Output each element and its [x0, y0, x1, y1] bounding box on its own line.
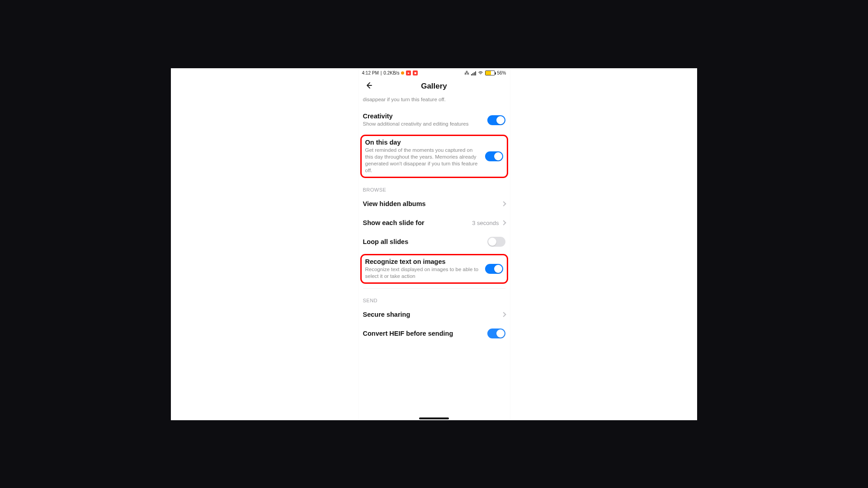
status-divider: |	[381, 70, 382, 75]
app-header: Gallery	[359, 78, 510, 94]
setting-desc: Recognize text displayed on images to be…	[365, 266, 480, 280]
status-bar: 4:12 PM | 0.2KB/s ▸ ■ ⁂ 56%	[359, 68, 510, 78]
status-net-speed: 0.2KB/s	[383, 70, 399, 75]
battery-percent: 56%	[497, 70, 506, 75]
setting-loop-slides: Loop all slides	[363, 232, 505, 251]
screenshot-frame: disappear if you turn BROWSE View hidden…	[171, 68, 697, 420]
creativity-toggle[interactable]	[487, 115, 505, 125]
chevron-right-icon	[501, 201, 506, 206]
phone-screen: 4:12 PM | 0.2KB/s ▸ ■ ⁂ 56%	[359, 68, 510, 420]
setting-title: On this day	[365, 139, 480, 146]
status-time: 4:12 PM	[362, 70, 379, 75]
setting-desc: Get reminded of the moments you captured…	[365, 147, 480, 174]
setting-title: Creativity	[363, 113, 482, 120]
bluetooth-icon: ⁂	[464, 70, 469, 76]
nav-view-hidden-albums[interactable]: View hidden albums	[363, 194, 505, 213]
chevron-right-icon	[501, 312, 506, 317]
arrow-left-icon	[364, 81, 373, 91]
setting-title: Recognize text on images	[365, 258, 480, 265]
setting-convert-heif: Convert HEIF before sending	[363, 324, 505, 338]
nav-title: Secure sharing	[363, 311, 410, 318]
highlight-recognize-text: Recognize text on images Recognize text …	[360, 254, 508, 284]
highlight-on-this-day: On this day Get reminded of the moments …	[360, 135, 508, 178]
convert-heif-toggle[interactable]	[487, 328, 505, 338]
status-app-badge-icon: ■	[413, 70, 418, 75]
setting-desc: Show additional creativity and editing f…	[363, 121, 482, 127]
nav-secure-sharing[interactable]: Secure sharing	[363, 305, 505, 324]
setting-title: Loop all slides	[363, 238, 482, 245]
loop-slides-toggle[interactable]	[487, 237, 505, 247]
section-send-label: SEND	[363, 298, 505, 303]
partial-description: disappear if you turn this feature off.	[363, 94, 505, 108]
home-indicator[interactable]	[419, 418, 449, 419]
setting-title: Convert HEIF before sending	[363, 330, 482, 337]
signal-icon	[471, 71, 476, 75]
chevron-right-icon	[501, 220, 506, 225]
page-title: Gallery	[359, 82, 510, 91]
recognize-text-toggle[interactable]	[485, 264, 503, 274]
on-this-day-toggle[interactable]	[485, 151, 503, 161]
setting-on-this-day: On this day Get reminded of the moments …	[365, 139, 503, 174]
divider	[363, 288, 505, 289]
battery-icon	[485, 70, 495, 75]
settings-scroll[interactable]: disappear if you turn this feature off. …	[359, 94, 510, 339]
setting-recognize-text: Recognize text on images Recognize text …	[365, 258, 503, 280]
nav-slide-duration[interactable]: Show each slide for 3 seconds	[363, 213, 505, 232]
nav-value: 3 seconds	[472, 220, 499, 226]
nav-title: View hidden albums	[363, 200, 426, 207]
section-browse-label: BROWSE	[363, 187, 505, 192]
status-app-badge-icon: ▸	[406, 70, 411, 75]
nav-title: Show each slide for	[363, 219, 425, 226]
status-notification-dot-icon	[401, 71, 404, 75]
setting-creativity: Creativity Show additional creativity an…	[363, 108, 505, 132]
back-button[interactable]	[363, 81, 374, 92]
wifi-icon	[478, 70, 483, 76]
